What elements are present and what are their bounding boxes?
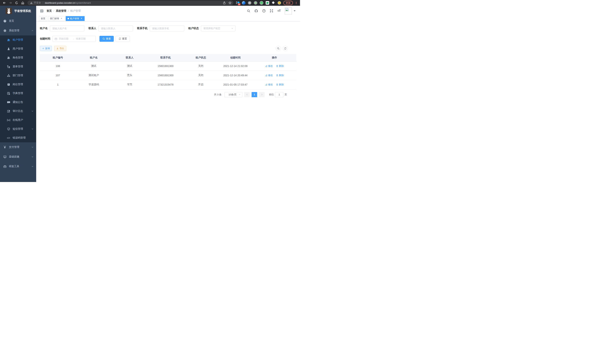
add-button[interactable]: 新增 [40, 46, 52, 51]
fullscreen-icon[interactable] [270, 9, 273, 13]
security-label[interactable]: 不安全 [34, 1, 41, 4]
prev-page-button[interactable] [244, 92, 250, 97]
col-contact: 联系人 [112, 54, 148, 61]
export-button[interactable]: 导出 [54, 46, 66, 51]
next-page-button[interactable] [259, 92, 264, 97]
chat-extension-icon[interactable] [266, 1, 269, 5]
sidebar-item-online-users[interactable]: 在线用户 [0, 116, 36, 124]
close-icon[interactable]: ✕ [80, 17, 83, 20]
tab-home[interactable]: 首页 [39, 16, 47, 21]
download-icon [56, 47, 59, 49]
online-icon [7, 118, 10, 122]
sidebar-item-post[interactable]: 岗位管理 [0, 80, 36, 89]
status-select[interactable]: 请选择租户状态 [201, 25, 235, 31]
command-extension-icon[interactable]: ⌘ [248, 1, 251, 5]
edit-link[interactable]: 修改 [265, 64, 273, 68]
sidebar-item-payment[interactable]: 支付管理 [0, 142, 36, 152]
create-time-range-picker[interactable]: 开始日期 - 结束日期 [53, 36, 96, 42]
sidebar-item-dict[interactable]: 字典管理 [0, 89, 36, 98]
cell-mobile: 15601691300 [148, 71, 183, 80]
sidebar-item-audit-log[interactable]: 审计日志 [0, 107, 36, 116]
help-icon[interactable]: ? [262, 9, 266, 13]
tenants-icon [7, 38, 10, 42]
delete-link[interactable]: 删除 [276, 64, 284, 68]
sidebar-item-sms[interactable]: 短信管理 [0, 124, 36, 133]
page-size-select[interactable]: 10条/页 [225, 92, 242, 97]
menu-tree-icon [7, 65, 10, 68]
reset-button[interactable]: 重置 [116, 36, 130, 42]
puzzle-extensions-icon[interactable] [272, 1, 275, 5]
profile-avatar-icon[interactable] [278, 1, 281, 5]
cell-tenant-id: 108 [40, 61, 76, 71]
sidebar-item-infrastructure[interactable]: 基础设施 [0, 152, 36, 162]
sidebar-collapse-icon[interactable] [40, 9, 44, 13]
header-search-icon[interactable] [247, 9, 250, 13]
tenant-table: 租户编号 租户名 联系人 联系手机 租户状态 创建时间 操作 108 测试 测试 [40, 54, 296, 89]
sidebar-item-user[interactable]: 用户管理 [0, 44, 36, 53]
recorder-extension-icon[interactable] [254, 1, 257, 5]
browser-forward-button[interactable] [8, 0, 13, 5]
cell-tenant-id: 1 [40, 80, 76, 89]
tenant-name-label: 租户名 [40, 27, 48, 30]
sidebar-item-tenant[interactable]: 租户管理 [0, 36, 36, 44]
breadcrumb-home[interactable]: 首页 [47, 9, 52, 13]
tab-tenant[interactable]: 租户管理 ✕ [66, 16, 84, 21]
sidebar-item-system[interactable]: 系统管理 [0, 26, 36, 36]
cell-created: 2021-12-14 20:49:44 [218, 71, 253, 80]
toolbox-icon [3, 165, 7, 168]
delete-link[interactable]: 删除 [276, 74, 284, 77]
bookmark-star-icon[interactable] [228, 1, 232, 4]
col-tenant-id: 租户编号 [40, 54, 76, 61]
create-time-label: 创建时间 [40, 37, 50, 40]
github-icon[interactable] [254, 9, 258, 13]
close-icon[interactable]: ✕ [60, 17, 63, 20]
sidebar-item-home[interactable]: 首页 [0, 16, 36, 26]
edit-link[interactable]: 修改 [265, 74, 273, 77]
tenant-name-input[interactable] [50, 25, 84, 31]
page-number-button[interactable]: 1 [252, 92, 257, 97]
sidebar-item-role[interactable]: 角色管理 [0, 53, 36, 62]
table-row: 108 测试 测试 15601691300 关闭 2021-12-14 21:0… [40, 61, 296, 71]
sidebar-item-dev-tools[interactable]: 研发工具 [0, 162, 36, 171]
cell-actions: 修改 删除 [253, 61, 296, 71]
sidebar-menu: 首页 系统管理 租户管理 [0, 16, 36, 182]
breadcrumb-system[interactable]: 系统管理 [56, 9, 66, 13]
goto-page-input[interactable] [275, 92, 283, 97]
font-size-icon[interactable]: тT [277, 9, 281, 13]
edit-link[interactable]: 修改 [265, 83, 273, 86]
notes-extension-icon[interactable]: 10 [236, 1, 240, 5]
sidebar-item-label: 支付管理 [9, 145, 31, 149]
y-extension-icon[interactable]: y [260, 1, 263, 5]
app-logo[interactable]: 芋道管理系统 [0, 6, 36, 16]
mobile-input[interactable] [150, 25, 184, 31]
table-refresh-button[interactable] [283, 46, 288, 51]
share-icon[interactable] [223, 1, 226, 4]
sidebar-item-error-code[interactable]: 错误码管理 [0, 133, 36, 142]
cell-created: 2021-12-14 21:02:09 [218, 61, 253, 71]
tags-view-bar: 首页 部门管理 ✕ 租户管理 ✕ [36, 16, 300, 21]
contact-input[interactable] [99, 25, 133, 31]
browser-reload-button[interactable] [14, 0, 19, 5]
user-menu[interactable] [285, 7, 296, 14]
browser-update-button[interactable]: 更新 [283, 1, 293, 5]
user-icon [7, 47, 10, 50]
dashboard-icon [3, 19, 7, 23]
sidebar-item-label: 租户管理 [13, 38, 34, 42]
browser-home-button[interactable] [20, 0, 25, 5]
gem-extension-icon[interactable] [242, 1, 245, 5]
cell-actions: 修改 删除 [253, 71, 296, 80]
sidebar-item-dept[interactable]: 部门管理 [0, 71, 36, 80]
cell-actions: 修改 删除 [253, 80, 296, 89]
url-bar[interactable]: 不安全 dashboard.yudao.iocoder.cn/system/te… [28, 0, 233, 5]
sidebar-item-label: 角色管理 [13, 56, 34, 59]
sidebar-item-menu[interactable]: 菜单管理 [0, 62, 36, 71]
browser-back-button[interactable] [2, 0, 7, 5]
roles-icon [7, 56, 10, 59]
browser-menu-icon[interactable]: ⋮ [295, 1, 297, 5]
sidebar-item-notice[interactable]: 通知公告 [0, 98, 36, 107]
dict-icon [7, 92, 10, 95]
search-button[interactable]: 搜索 [99, 36, 114, 42]
table-search-toggle-button[interactable] [276, 46, 281, 51]
tab-dept[interactable]: 部门管理 ✕ [48, 16, 65, 21]
delete-link[interactable]: 删除 [276, 83, 284, 86]
